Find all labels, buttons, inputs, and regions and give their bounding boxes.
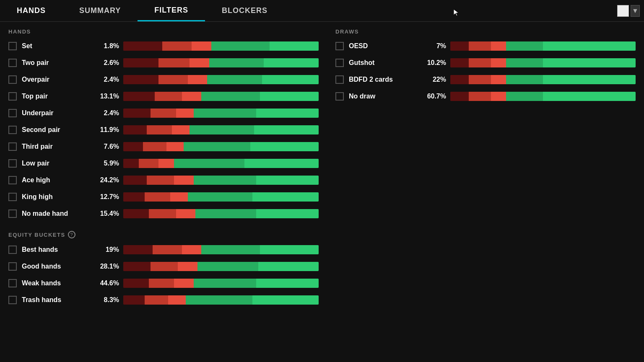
pct-top-pair: 13.1%	[89, 93, 119, 100]
bar-no-made	[123, 209, 319, 218]
checkbox-set[interactable]	[8, 42, 17, 50]
checkbox-second-pair[interactable]	[8, 126, 17, 134]
hands-row-king-high: King high12.7%	[8, 190, 319, 204]
pct-best: 19%	[89, 246, 119, 253]
pct-set: 1.8%	[89, 42, 119, 50]
label-king-high: King high	[22, 193, 89, 201]
bar-top-pair	[123, 92, 319, 101]
equity-section: EQUITY BUCKETS ? Best hands19%Good hands…	[8, 231, 319, 307]
checkbox-weak[interactable]	[8, 279, 17, 287]
label-trash: Trash hands	[22, 296, 89, 304]
equity-row-trash: Trash hands8.3%	[8, 293, 319, 307]
checkbox-top-pair[interactable]	[8, 92, 17, 101]
bar-good	[123, 262, 319, 271]
bar-low-pair	[123, 159, 319, 168]
equity-row-good: Good hands28.1%	[8, 259, 319, 274]
hands-rows: Set1.8%Two pair2.6%Overpair2.4%Top pair1…	[8, 39, 319, 221]
label-two-pair: Two pair	[22, 59, 89, 67]
pct-underpair: 2.4%	[89, 109, 119, 117]
bar-oesd	[450, 41, 636, 51]
checkbox-overpair[interactable]	[8, 75, 17, 84]
hands-row-ace-high: Ace high24.2%	[8, 173, 319, 187]
label-no-made: No made hand	[22, 210, 89, 217]
main-content: HANDS Set1.8%Two pair2.6%Overpair2.4%Top…	[0, 22, 644, 362]
checkbox-best[interactable]	[8, 246, 17, 254]
checkbox-good[interactable]	[8, 262, 17, 271]
draws-rows: OESD7%Gutshot10.2%BDFD 2 cards22%No draw…	[335, 39, 636, 103]
left-column: HANDS Set1.8%Two pair2.6%Overpair2.4%Top…	[8, 28, 319, 355]
draws-row-gutshot: Gutshot10.2%	[335, 56, 636, 70]
checkbox-trash[interactable]	[8, 296, 17, 304]
bar-underpair	[123, 109, 319, 118]
pct-good: 28.1%	[89, 263, 119, 270]
checkbox-no-made[interactable]	[8, 209, 17, 218]
pct-gutshot: 10.2%	[416, 59, 446, 67]
equity-row-best: Best hands19%	[8, 243, 319, 257]
hands-row-low-pair: Low pair5.9%	[8, 156, 319, 171]
bar-overpair	[123, 75, 319, 84]
hands-row-set: Set1.8%	[8, 39, 319, 53]
label-top-pair: Top pair	[22, 93, 89, 100]
nav-square-button[interactable]	[617, 5, 629, 17]
hands-row-underpair: Underpair2.4%	[8, 106, 319, 120]
checkbox-ace-high[interactable]	[8, 176, 17, 184]
equity-section-header: EQUITY BUCKETS ?	[8, 231, 319, 238]
label-oesd: OESD	[349, 42, 416, 50]
label-ace-high: Ace high	[22, 176, 89, 184]
bar-best	[123, 245, 319, 254]
checkbox-oesd[interactable]	[335, 42, 344, 50]
bar-bdfd	[450, 75, 636, 84]
checkbox-gutshot[interactable]	[335, 59, 344, 67]
tab-filters[interactable]: FILTERS	[138, 0, 205, 21]
pct-third-pair: 7.6%	[89, 143, 119, 150]
bar-king-high	[123, 192, 319, 202]
label-good: Good hands	[22, 263, 89, 270]
hands-row-no-made: No made hand15.4%	[8, 207, 319, 221]
hands-row-top-pair: Top pair13.1%	[8, 89, 319, 103]
checkbox-third-pair[interactable]	[8, 142, 17, 151]
label-best: Best hands	[22, 246, 89, 253]
pct-two-pair: 2.6%	[89, 59, 119, 67]
bar-no-draw	[450, 92, 636, 101]
pct-oesd: 7%	[416, 42, 446, 50]
checkbox-king-high[interactable]	[8, 193, 17, 201]
pct-overpair: 2.4%	[89, 76, 119, 83]
label-third-pair: Third pair	[22, 143, 89, 150]
checkbox-low-pair[interactable]	[8, 159, 17, 168]
bar-weak	[123, 279, 319, 288]
bar-set	[123, 41, 319, 51]
equity-info-icon[interactable]: ?	[68, 231, 75, 238]
pct-no-made: 15.4%	[89, 210, 119, 217]
label-underpair: Underpair	[22, 109, 89, 117]
bar-gutshot	[450, 58, 636, 67]
pct-king-high: 12.7%	[89, 193, 119, 201]
pct-no-draw: 60.7%	[416, 93, 446, 100]
label-no-draw: No draw	[349, 93, 416, 100]
tab-hands[interactable]: HANDS	[0, 0, 62, 21]
pct-trash: 8.3%	[89, 296, 119, 304]
checkbox-no-draw[interactable]	[335, 92, 344, 101]
nav-bar: HANDS SUMMARY FILTERS BLOCKERS ▼	[0, 0, 644, 22]
label-weak: Weak hands	[22, 279, 89, 287]
checkbox-two-pair[interactable]	[8, 59, 17, 67]
pct-second-pair: 11.9%	[89, 126, 119, 134]
checkbox-bdfd[interactable]	[335, 75, 344, 84]
tab-blockers[interactable]: BLOCKERS	[205, 0, 284, 21]
pct-low-pair: 5.9%	[89, 160, 119, 167]
draws-section-label: DRAWS	[335, 28, 636, 35]
nav-dropdown-button[interactable]: ▼	[631, 5, 640, 17]
label-set: Set	[22, 42, 89, 50]
pct-bdfd: 22%	[416, 76, 446, 83]
bar-two-pair	[123, 58, 319, 67]
equity-rows: Best hands19%Good hands28.1%Weak hands44…	[8, 243, 319, 307]
nav-right-controls: ▼	[617, 5, 640, 17]
hands-section-label: HANDS	[8, 28, 319, 35]
bar-trash	[123, 295, 319, 305]
tab-summary[interactable]: SUMMARY	[62, 0, 138, 21]
hands-row-second-pair: Second pair11.9%	[8, 123, 319, 137]
checkbox-underpair[interactable]	[8, 109, 17, 117]
draws-row-bdfd: BDFD 2 cards22%	[335, 72, 636, 87]
label-second-pair: Second pair	[22, 126, 89, 134]
label-bdfd: BDFD 2 cards	[349, 76, 416, 83]
label-overpair: Overpair	[22, 76, 89, 83]
